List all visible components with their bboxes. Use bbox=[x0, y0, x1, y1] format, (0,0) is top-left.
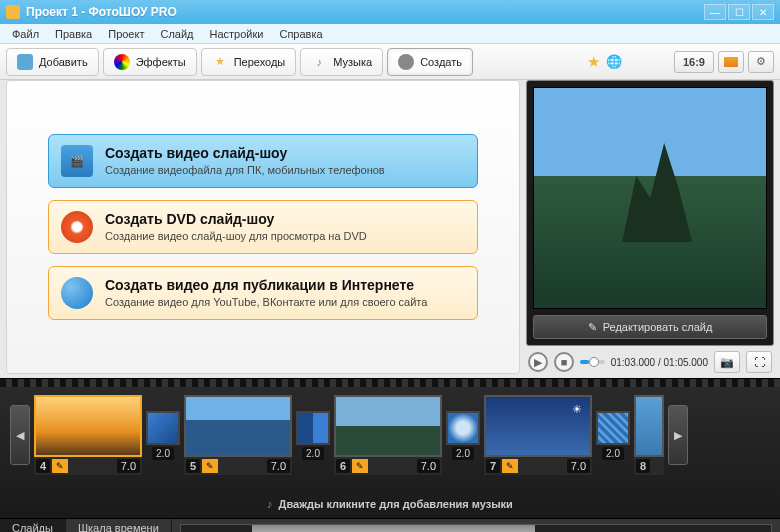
create-video-slideshow-button[interactable]: 🎬 Создать видео слайд-шоуСоздание видеоф… bbox=[48, 134, 478, 188]
add-button[interactable]: Добавить bbox=[6, 48, 99, 76]
timeline-next-button[interactable]: ▶ bbox=[668, 405, 688, 465]
timeline-scrollbar[interactable] bbox=[172, 519, 780, 532]
note-icon: ♪ bbox=[267, 498, 273, 510]
transition-thumb[interactable]: 2.0 bbox=[296, 411, 330, 460]
preview-panel: ✎Редактировать слайд ▶ ■ 01:03.000 / 01:… bbox=[526, 80, 774, 374]
edit-icon[interactable]: ✎ bbox=[202, 459, 218, 473]
app-icon bbox=[6, 5, 20, 19]
pencil-icon: ✎ bbox=[588, 321, 597, 334]
timeline-tabs: Слайды Шкала времени bbox=[0, 518, 780, 532]
preview-image[interactable] bbox=[533, 87, 767, 309]
titlebar: Проект 1 - ФотоШОУ PRO — ☐ ✕ bbox=[0, 0, 780, 24]
menu-file[interactable]: Файл bbox=[4, 26, 47, 42]
menu-settings[interactable]: Настройки bbox=[202, 26, 272, 42]
menu-project[interactable]: Проект bbox=[100, 26, 152, 42]
slide-thumb[interactable]: 8 bbox=[634, 395, 664, 475]
display-mode-button[interactable] bbox=[718, 51, 744, 73]
timecode: 01:03.000 / 01:05.000 bbox=[611, 357, 708, 368]
palette-icon bbox=[114, 54, 130, 70]
slide-thumb[interactable]: 4✎7.0 bbox=[34, 395, 142, 475]
create-button[interactable]: Создать bbox=[387, 48, 473, 76]
preview-box: ✎Редактировать слайд bbox=[526, 80, 774, 346]
create-internet-video-button[interactable]: Создать видео для публикации в Интернете… bbox=[48, 266, 478, 320]
display-icon bbox=[724, 57, 738, 67]
slide-thumb[interactable]: 6✎7.0 bbox=[334, 395, 442, 475]
menu-slide[interactable]: Слайд bbox=[152, 26, 201, 42]
internet-icon bbox=[61, 277, 93, 309]
camera-icon: 📷 bbox=[720, 356, 734, 369]
reel-icon bbox=[398, 54, 414, 70]
settings-button[interactable]: ⚙ bbox=[748, 51, 774, 73]
toolbar: Добавить Эффекты ★Переходы ♪Музыка Созда… bbox=[0, 44, 780, 80]
film-strip-top bbox=[0, 379, 780, 387]
window-title: Проект 1 - ФотоШОУ PRO bbox=[26, 5, 702, 19]
music-hint[interactable]: ♪Дважды кликните для добавления музыки bbox=[0, 498, 780, 510]
menubar: Файл Правка Проект Слайд Настройки Справ… bbox=[0, 24, 780, 44]
play-button[interactable]: ▶ bbox=[528, 352, 548, 372]
transition-thumb[interactable]: 2.0 bbox=[146, 411, 180, 460]
aspect-ratio-button[interactable]: 16:9 bbox=[674, 51, 714, 73]
stop-button[interactable]: ■ bbox=[554, 352, 574, 372]
music-button[interactable]: ♪Музыка bbox=[300, 48, 383, 76]
tab-slides[interactable]: Слайды bbox=[0, 519, 66, 532]
seek-thumb[interactable] bbox=[589, 357, 599, 367]
edit-icon[interactable]: ✎ bbox=[352, 459, 368, 473]
dvd-icon bbox=[61, 211, 93, 243]
globe-icon[interactable]: 🌐 bbox=[606, 54, 622, 69]
scrollbar-thumb[interactable] bbox=[252, 525, 535, 533]
tab-timeline[interactable]: Шкала времени bbox=[66, 519, 172, 532]
slide-thumb[interactable]: ☀ 7✎7.0 bbox=[484, 395, 592, 475]
snapshot-button[interactable]: 📷 bbox=[714, 351, 740, 373]
menu-edit[interactable]: Правка bbox=[47, 26, 100, 42]
maximize-button[interactable]: ☐ bbox=[728, 4, 750, 20]
effects-button[interactable]: Эффекты bbox=[103, 48, 197, 76]
transition-thumb[interactable]: 2.0 bbox=[596, 411, 630, 460]
star-icon: ★ bbox=[212, 54, 228, 70]
minimize-button[interactable]: — bbox=[704, 4, 726, 20]
gear-icon: ⚙ bbox=[756, 55, 766, 68]
transitions-button[interactable]: ★Переходы bbox=[201, 48, 297, 76]
edit-icon[interactable]: ✎ bbox=[52, 459, 68, 473]
camera-icon bbox=[17, 54, 33, 70]
slides-row: ◀ 4✎7.0 2.0 5✎7.0 2.0 6✎7.0 2.0 ☀ 7✎7.0 … bbox=[0, 387, 780, 483]
edit-icon[interactable]: ✎ bbox=[502, 459, 518, 473]
favorite-icon[interactable]: ★ bbox=[585, 53, 602, 71]
close-button[interactable]: ✕ bbox=[752, 4, 774, 20]
note-icon: ♪ bbox=[311, 54, 327, 70]
edit-slide-button[interactable]: ✎Редактировать слайд bbox=[533, 315, 767, 339]
create-panel: 🎬 Создать видео слайд-шоуСоздание видеоф… bbox=[6, 80, 520, 374]
fullscreen-button[interactable]: ⛶ bbox=[746, 351, 772, 373]
fullscreen-icon: ⛶ bbox=[754, 356, 765, 368]
menu-help[interactable]: Справка bbox=[271, 26, 330, 42]
transition-thumb[interactable]: 2.0 bbox=[446, 411, 480, 460]
slide-thumb[interactable]: 5✎7.0 bbox=[184, 395, 292, 475]
create-dvd-slideshow-button[interactable]: Создать DVD слайд-шоуСоздание видео слай… bbox=[48, 200, 478, 254]
seek-bar[interactable] bbox=[580, 360, 605, 364]
timeline-prev-button[interactable]: ◀ bbox=[10, 405, 30, 465]
playback-controls: ▶ ■ 01:03.000 / 01:05.000 📷 ⛶ bbox=[526, 350, 774, 374]
timeline: ◀ 4✎7.0 2.0 5✎7.0 2.0 6✎7.0 2.0 ☀ 7✎7.0 … bbox=[0, 378, 780, 518]
video-icon: 🎬 bbox=[61, 145, 93, 177]
